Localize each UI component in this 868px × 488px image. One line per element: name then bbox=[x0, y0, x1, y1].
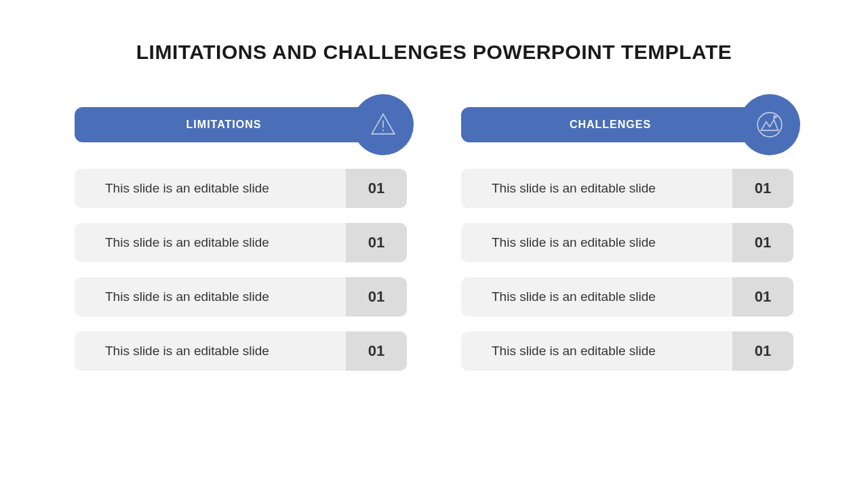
item-text: This slide is an editable slide bbox=[461, 277, 732, 317]
item-number: 01 bbox=[346, 331, 407, 371]
column-challenges: CHALLENGES This slide is an editable sli… bbox=[461, 104, 793, 386]
list-item: This slide is an editable slide 01 bbox=[461, 223, 793, 262]
mountain-icon bbox=[739, 94, 800, 155]
column-header-challenges: CHALLENGES bbox=[461, 104, 793, 145]
item-number: 01 bbox=[732, 331, 793, 371]
item-number: 01 bbox=[732, 277, 793, 317]
item-text: This slide is an editable slide bbox=[461, 331, 732, 371]
warning-icon bbox=[353, 94, 414, 155]
svg-point-1 bbox=[382, 129, 384, 131]
item-text: This slide is an editable slide bbox=[461, 169, 732, 208]
item-number: 01 bbox=[346, 277, 407, 317]
list-item: This slide is an editable slide 01 bbox=[461, 331, 793, 371]
item-number: 01 bbox=[346, 169, 407, 208]
columns-container: LIMITATIONS This slide is an editable sl… bbox=[68, 104, 800, 386]
item-text: This slide is an editable slide bbox=[75, 331, 346, 371]
item-text: This slide is an editable slide bbox=[461, 223, 732, 262]
item-text: This slide is an editable slide bbox=[75, 223, 346, 262]
column-limitations: LIMITATIONS This slide is an editable sl… bbox=[75, 104, 407, 386]
list-item: This slide is an editable slide 01 bbox=[461, 169, 793, 208]
slide-title: LIMITATIONS AND CHALLENGES POWERPOINT TE… bbox=[68, 41, 800, 64]
item-number: 01 bbox=[346, 223, 407, 262]
list-item: This slide is an editable slide 01 bbox=[75, 277, 407, 317]
list-item: This slide is an editable slide 01 bbox=[75, 223, 407, 262]
list-item: This slide is an editable slide 01 bbox=[75, 331, 407, 371]
item-number: 01 bbox=[732, 223, 793, 262]
item-number: 01 bbox=[732, 169, 793, 208]
item-text: This slide is an editable slide bbox=[75, 169, 346, 208]
list-item: This slide is an editable slide 01 bbox=[75, 169, 407, 208]
svg-point-2 bbox=[757, 113, 782, 137]
item-text: This slide is an editable slide bbox=[75, 277, 346, 317]
list-item: This slide is an editable slide 01 bbox=[461, 277, 793, 317]
column-header-limitations: LIMITATIONS bbox=[75, 104, 407, 145]
